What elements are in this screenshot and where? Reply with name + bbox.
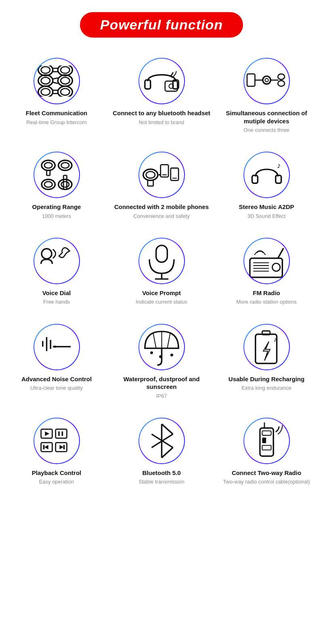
feature-sub-voice-dial: Free hands	[43, 298, 70, 306]
feature-icon-mobile-phones	[138, 152, 185, 198]
svg-rect-103	[262, 446, 271, 450]
feature-stereo-music: ♪ Stereo Music A2DP 3D Sound Effect	[214, 148, 319, 226]
feature-fm-radio: FM Radio More radio station options	[214, 234, 319, 312]
features-grid: Fleet Communication Real-time Group Inte…	[0, 54, 323, 491]
svg-rect-57	[156, 245, 167, 262]
svg-rect-54	[275, 175, 281, 183]
feature-playback: Playback Control Easy operation	[4, 414, 109, 492]
svg-rect-85	[55, 429, 67, 438]
feature-icon-bluetooth	[138, 418, 185, 464]
feature-sub-bluetooth: Stable transmission	[138, 478, 184, 486]
feature-sub-twoway-radio: Two-way radio control cable(optional)	[223, 478, 310, 486]
svg-line-74	[167, 334, 170, 348]
svg-point-17	[61, 67, 69, 74]
feature-icon-simultaneous-connection	[243, 58, 290, 104]
feature-sub-bluetooth-headset: Not limited to brand	[139, 119, 185, 126]
svg-point-30	[44, 163, 52, 168]
feature-sub-stereo-music: 3D Sound Effect	[247, 213, 285, 220]
svg-point-31	[58, 160, 71, 171]
feature-sub-recharging: Extra long endurance	[241, 384, 292, 392]
svg-line-97	[162, 448, 173, 458]
svg-point-28	[278, 81, 285, 87]
svg-rect-102	[262, 438, 266, 443]
svg-point-7	[41, 89, 50, 95]
feature-sub-fm-radio: More radio station options	[236, 298, 297, 306]
svg-point-37	[44, 182, 52, 187]
svg-point-44	[146, 171, 155, 178]
feature-recharging: ♪ Usable During Recharging Extra long en…	[214, 320, 319, 405]
feature-waterproof: Waterproof, dustproof and sunscreen IP67	[109, 320, 214, 405]
feature-sub-mobile-phones: Convenience and safety	[133, 213, 189, 220]
svg-point-38	[58, 179, 71, 190]
feature-sub-playback: Easy operation	[39, 478, 74, 486]
svg-marker-93	[59, 445, 63, 450]
feature-icon-twoway-radio	[243, 418, 290, 464]
svg-point-24	[262, 76, 270, 84]
svg-marker-84	[45, 431, 49, 436]
feature-title-fm-radio: FM Radio	[253, 289, 280, 297]
svg-point-71	[54, 346, 56, 348]
svg-point-11	[61, 89, 69, 95]
feature-icon-stereo-music: ♪	[243, 152, 290, 198]
feature-title-noise-control: Advanced Noise Control	[21, 375, 92, 383]
svg-point-36	[42, 179, 55, 190]
feature-fleet-communication: Fleet Communication Real-time Group Inte…	[4, 54, 109, 139]
svg-point-13	[41, 67, 50, 74]
page-title: Powerful function	[100, 17, 223, 33]
svg-point-1	[41, 77, 50, 84]
svg-marker-81	[263, 342, 270, 361]
svg-rect-18	[145, 80, 150, 89]
feature-icon-waterproof	[138, 324, 185, 370]
feature-title-playback: Playback Control	[32, 469, 82, 477]
svg-rect-22	[247, 74, 254, 87]
svg-point-56	[42, 249, 52, 259]
svg-point-52	[158, 174, 160, 175]
svg-text:♪: ♪	[277, 160, 281, 169]
feature-sub-voice-prompt: Indicate current status	[136, 298, 187, 306]
svg-marker-90	[44, 445, 48, 450]
feature-icon-fleet-communication	[34, 58, 80, 104]
svg-point-77	[170, 354, 173, 357]
svg-point-29	[42, 160, 55, 171]
feature-noise-control: Advanced Noise Control Ultra-clear tone …	[4, 320, 109, 405]
feature-bluetooth-headset: Connect to any bluetooth headset Not lim…	[109, 54, 214, 139]
feature-twoway-radio: Connect Two-way Radio Two-way radio cont…	[214, 414, 319, 492]
feature-icon-recharging: ♪	[243, 324, 290, 370]
feature-icon-voice-prompt	[138, 238, 185, 284]
feature-title-bluetooth: Bluetooth 5.0	[142, 469, 180, 477]
feature-sub-operating-range: 1000 meters	[42, 213, 71, 220]
feature-operating-range: Operating Range 1000 meters	[4, 148, 109, 226]
svg-text:♪: ♪	[273, 336, 277, 343]
svg-line-73	[153, 334, 156, 348]
feature-title-voice-dial: Voice Dial	[42, 289, 71, 297]
feature-title-stereo-music: Stereo Music A2DP	[239, 203, 294, 211]
feature-simultaneous-connection: Simultaneous connection of mutiple devic…	[214, 54, 319, 139]
feature-title-voice-prompt: Voice Prompt	[142, 289, 181, 297]
feature-title-mobile-phones: Connected with 2 mobile phones	[114, 203, 209, 211]
feature-icon-bluetooth-headset	[138, 58, 185, 104]
svg-rect-20	[165, 81, 177, 91]
feature-title-fleet-communication: Fleet Communication	[26, 109, 88, 117]
page-header: Powerful function	[80, 12, 243, 38]
svg-line-95	[162, 424, 173, 434]
feature-sub-simultaneous-connection: One connects three	[243, 127, 289, 134]
svg-point-78	[159, 355, 162, 358]
svg-point-5	[61, 77, 69, 84]
feature-title-twoway-radio: Connect Two-way Radio	[232, 469, 301, 477]
svg-rect-53	[252, 175, 258, 183]
svg-point-32	[61, 163, 69, 168]
svg-rect-60	[250, 258, 282, 277]
feature-sub-fleet-communication: Real-time Group Intercom	[26, 119, 87, 126]
feature-icon-playback	[34, 418, 80, 464]
feature-title-simultaneous-connection: Simultaneous connection of mutiple devic…	[217, 109, 316, 125]
feature-voice-dial: Voice Dial Free hands	[4, 234, 109, 312]
svg-point-65	[272, 264, 280, 271]
svg-point-27	[278, 74, 285, 80]
svg-point-39	[61, 182, 69, 187]
feature-sub-waterproof: IP67	[156, 393, 167, 400]
feature-icon-fm-radio	[243, 238, 290, 284]
feature-title-waterproof: Waterproof, dustproof and sunscreen	[112, 375, 211, 391]
svg-point-76	[150, 351, 153, 354]
feature-sub-noise-control: Ultra-clear tone quality	[30, 384, 83, 392]
feature-icon-voice-dial	[34, 238, 80, 284]
